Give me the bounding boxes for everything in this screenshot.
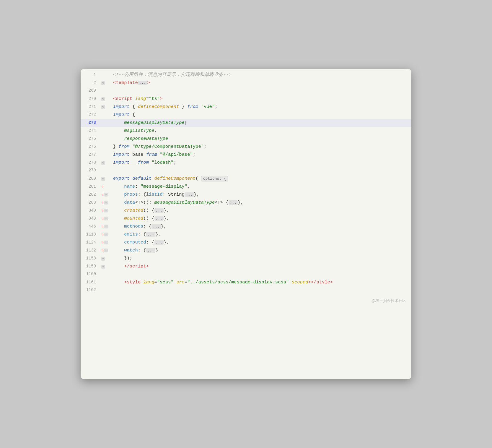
code-line: 348⇅− mounted() {...}, [81, 215, 411, 223]
token: { [149, 224, 151, 229]
token: { [130, 104, 138, 109]
token: = [146, 96, 149, 101]
code-line: 1161 <style lang="scss" src="../assets/s… [81, 279, 411, 287]
token: from [146, 152, 157, 157]
token: "@/type/ComponentDataType" [132, 144, 204, 149]
fold-icon[interactable]: ▽ [101, 257, 105, 261]
token: , [240, 200, 243, 205]
git-change-icon: ⇅ [101, 199, 104, 206]
line-gutter: ⇅− [101, 215, 112, 222]
line-gutter: ▽ [101, 161, 112, 165]
fold-icon[interactable]: ▽ [101, 265, 105, 269]
line-content: props: {listId: String...}, [112, 191, 411, 199]
line-content: import _ from "lodash"; [112, 159, 411, 167]
token: messageDisplayDataType [124, 120, 185, 125]
option-badge: options: { [201, 176, 228, 181]
token [228, 176, 231, 181]
fold-icon[interactable]: ▽ [101, 81, 105, 85]
token: : [143, 224, 149, 229]
token: defineComponent [154, 176, 196, 181]
line-number: 275 [81, 135, 101, 142]
code-line: 270▽<script lang="ts"> [81, 95, 411, 103]
token: "ts" [149, 96, 160, 101]
token: props [124, 192, 138, 197]
git-change-icon: ⇅ [101, 239, 104, 246]
fold-icon[interactable]: − [104, 241, 108, 244]
token: <T> [215, 200, 226, 205]
code-line: 2▽<template...> [81, 79, 411, 87]
watermark: @稀土掘金技术社区 [81, 297, 411, 306]
code-line: 446⇅− methods: {...}, [81, 223, 411, 231]
token: } [164, 208, 166, 213]
git-change-icon: ⇅ [101, 191, 104, 198]
code-area: 1<!--公用组件：消息内容展示，实现群聊和单聊业务-->2▽<template… [81, 69, 411, 297]
line-gutter: ⇅− [101, 191, 112, 198]
line-content: import base from "@/api/base"; [112, 151, 411, 159]
line-number: 269 [81, 87, 101, 94]
token: } [155, 232, 158, 237]
token: : [138, 232, 144, 237]
token: , [166, 208, 169, 213]
fold-icon[interactable]: − [104, 193, 108, 197]
token: computed [124, 240, 146, 245]
token [130, 176, 132, 181]
line-content: }); [112, 255, 411, 262]
line-content: watch: {...} [112, 247, 411, 254]
line-number: 272 [81, 111, 101, 118]
code-line: 1158▽ }); [81, 255, 411, 263]
code-line: 1<!--公用组件：消息内容展示，实现群聊和单聊业务--> [81, 71, 411, 79]
text-cursor [185, 121, 185, 126]
line-content: } from "@/type/ComponentDataType"; [112, 143, 411, 151]
git-change-icon: ⇅ [101, 247, 104, 254]
token: import [113, 104, 130, 109]
line-number: 1132 [81, 247, 101, 254]
token: } [155, 248, 158, 253]
fold-icon[interactable]: − [104, 249, 108, 252]
token: name [124, 184, 135, 189]
line-gutter: ▽ [101, 265, 112, 269]
token: = [154, 280, 157, 285]
line-content: <!--公用组件：消息内容展示，实现群聊和单聊业务--> [112, 71, 411, 79]
token: } [113, 144, 119, 149]
token: default [132, 176, 151, 181]
line-number: 276 [81, 143, 101, 150]
code-line: 271▽import { defineComponent } from "vue… [81, 103, 411, 111]
line-number: 281 [81, 183, 101, 190]
token: } [161, 224, 164, 229]
fold-icon[interactable]: ▽ [101, 161, 105, 165]
line-number: 277 [81, 151, 101, 158]
fold-icon[interactable]: ▽ [101, 105, 105, 109]
code-line: 269 [81, 87, 411, 95]
token: "message-display" [141, 184, 187, 189]
code-line: 279 [81, 167, 411, 175]
token [130, 144, 132, 149]
fold-dots: ... [146, 232, 155, 237]
fold-icon[interactable]: − [104, 209, 108, 212]
code-line: 278▽import _ from "lodash"; [81, 159, 411, 167]
line-number: 2 [81, 79, 101, 86]
line-gutter: ⇅− [101, 231, 112, 238]
token: } [164, 240, 166, 245]
fold-icon[interactable]: − [104, 233, 108, 236]
token: <template [113, 80, 138, 85]
line-gutter: ⇅ [101, 184, 112, 190]
line-gutter: ▽ [101, 257, 112, 261]
fold-icon[interactable]: − [104, 225, 108, 228]
line-content: msgListType, [112, 127, 411, 135]
fold-dots: ... [229, 200, 238, 205]
token [289, 280, 291, 285]
token: ></style> [308, 280, 333, 285]
token: import [113, 152, 130, 157]
fold-icon[interactable]: ▽ [101, 97, 105, 101]
fold-icon[interactable]: ▽ [101, 177, 105, 181]
token: mounted [124, 216, 143, 221]
fold-icon[interactable]: − [104, 201, 108, 204]
code-line: 1118⇅− emits: {...}, [81, 231, 411, 239]
line-number: 1158 [81, 255, 101, 262]
token: <T>(): [135, 200, 154, 205]
token: , [166, 240, 169, 245]
token [174, 280, 176, 285]
fold-icon[interactable]: − [104, 217, 108, 220]
line-number: 1160 [81, 271, 101, 277]
token: <!--公用组件：消息内容展示，实现群聊和单聊业务--> [113, 72, 232, 77]
